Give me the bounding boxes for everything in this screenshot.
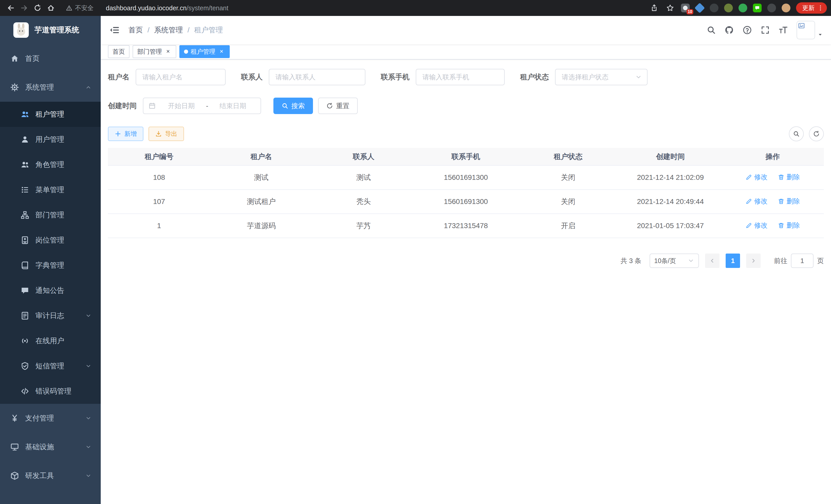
delete-link[interactable]: 删除 (778, 221, 800, 230)
prev-page-button[interactable] (705, 254, 719, 268)
search-icon (282, 102, 288, 109)
next-page-button[interactable] (746, 254, 761, 268)
menu-item-label: 在线用户 (35, 336, 64, 346)
github-icon[interactable] (725, 25, 734, 35)
sidebar-subitem[interactable]: 部门管理 (0, 202, 101, 228)
status-select[interactable]: 请选择租户状态 (555, 69, 648, 85)
extension-icon[interactable] (753, 4, 762, 12)
menu-item-label: 通知公告 (35, 286, 64, 295)
edit-icon (745, 198, 752, 205)
top-bar: 首页 / 系统管理 / 租户管理 (101, 16, 831, 44)
breadcrumb-home[interactable]: 首页 (128, 25, 143, 35)
menu-item-label: 首页 (25, 54, 39, 63)
page-unit-label: 页 (817, 256, 824, 265)
logo-image (13, 22, 29, 38)
update-button[interactable]: 更新 (796, 2, 827, 13)
extension-icon[interactable] (739, 4, 747, 12)
tab[interactable]: 租户管理 × (179, 45, 230, 58)
status-label: 租户状态 (520, 72, 549, 82)
edit-link[interactable]: 修改 (745, 173, 768, 182)
refresh-button[interactable] (809, 126, 824, 141)
contact-input[interactable] (269, 69, 365, 85)
back-icon[interactable] (4, 1, 18, 14)
profile-avatar[interactable] (782, 4, 791, 12)
tenant-name-input[interactable] (136, 69, 226, 85)
menu-item-label: 菜单管理 (35, 185, 64, 195)
extension-icon[interactable] (724, 4, 733, 12)
avatar[interactable] (797, 21, 815, 39)
help-icon[interactable] (743, 25, 752, 35)
extension-icon[interactable] (694, 3, 705, 13)
sidebar-subitem[interactable]: 在线用户 (0, 328, 101, 353)
reset-button[interactable]: 重置 (318, 98, 358, 114)
goto-page-input[interactable] (791, 254, 813, 268)
cell-phone: 15601691300 (415, 189, 517, 214)
menu-item-label: 字典管理 (35, 261, 64, 270)
font-size-icon[interactable] (779, 25, 788, 35)
sidebar-subitem[interactable]: 菜单管理 (0, 177, 101, 202)
sidebar-subitem[interactable]: 租户管理 (0, 102, 101, 127)
sidebar-item-group[interactable]: 支付管理 (0, 404, 101, 433)
sidebar-subitem[interactable]: 通知公告 (0, 278, 101, 303)
tab-close-icon[interactable]: × (218, 48, 225, 55)
browser-actions: 10 更新 (649, 1, 827, 14)
download-icon (155, 130, 162, 137)
home-icon[interactable] (44, 1, 58, 14)
sidebar-subitem[interactable]: 短信管理 (0, 353, 101, 379)
menu-item-icon (10, 414, 19, 422)
tab[interactable]: 首页 (108, 45, 130, 58)
delete-link[interactable]: 删除 (778, 197, 800, 206)
table-row: 1 芋道源码 芋艿 17321315478 开启 2021-01-05 17:0… (108, 214, 824, 238)
date-range-picker[interactable]: 开始日期 - 结束日期 (143, 98, 261, 114)
extension-icon[interactable] (767, 4, 776, 12)
delete-icon (778, 198, 784, 205)
page-size-select[interactable]: 10条/页 (650, 254, 699, 268)
kebab-menu-icon[interactable] (817, 5, 824, 11)
chevron-down-icon (85, 338, 91, 344)
sidebar: 芋道管理系统 首页 系统管理 租户管理 (0, 16, 101, 504)
app-logo[interactable]: 芋道管理系统 (0, 16, 101, 44)
sidebar-subitem[interactable]: 审计日志 (0, 303, 101, 328)
tab-close-icon[interactable]: × (165, 48, 172, 55)
tab[interactable]: 部门管理 × (133, 45, 176, 58)
reload-icon[interactable] (31, 1, 44, 14)
chevron-down-icon (85, 473, 91, 479)
sidebar-item-home[interactable]: 首页 (0, 44, 101, 73)
chevron-down-icon (85, 444, 91, 450)
menu-fold-icon[interactable] (109, 25, 120, 35)
user-menu[interactable] (797, 21, 823, 39)
chevron-down-icon (85, 288, 91, 294)
sidebar-subitem[interactable]: 用户管理 (0, 127, 101, 152)
sidebar-subitem[interactable]: 岗位管理 (0, 228, 101, 253)
bookmark-star-icon[interactable] (665, 1, 675, 14)
security-chip[interactable]: 不安全 (66, 4, 93, 12)
filter-row-2: 创建时间 开始日期 - 结束日期 搜索 重置 (108, 98, 824, 114)
edit-link[interactable]: 修改 (745, 197, 768, 206)
extension-icon[interactable]: 10 (681, 4, 690, 12)
phone-input[interactable] (416, 69, 505, 85)
sidebar-item-group[interactable]: 研发工具 (0, 462, 101, 490)
edit-link[interactable]: 修改 (745, 221, 768, 230)
sidebar-item-group[interactable]: 基础设施 (0, 433, 101, 462)
extension-icon[interactable] (710, 4, 718, 12)
search-icon[interactable] (707, 25, 716, 35)
chevron-down-icon (635, 74, 642, 80)
share-icon[interactable] (649, 1, 659, 14)
sidebar-subitem[interactable]: 字典管理 (0, 253, 101, 278)
add-button[interactable]: 新增 (108, 127, 143, 141)
fullscreen-icon[interactable] (761, 25, 770, 35)
search-button[interactable]: 搜索 (274, 98, 313, 114)
forward-icon[interactable] (18, 1, 31, 14)
address-bar[interactable]: dashboard.yudao.iocoder.cn/system/tenant (106, 4, 228, 12)
export-button[interactable]: 导出 (148, 127, 184, 141)
sidebar-subitem[interactable]: 错误码管理 (0, 379, 101, 404)
search-icon (793, 130, 800, 137)
breadcrumb-system[interactable]: 系统管理 (154, 25, 183, 35)
sidebar-subitem[interactable]: 角色管理 (0, 152, 101, 177)
cell-actions: 修改 删除 (721, 166, 824, 189)
delete-link[interactable]: 删除 (778, 173, 800, 182)
table-row: 107 测试租户 秃头 15601691300 关闭 2021-12-14 20… (108, 189, 824, 214)
page-number-button[interactable]: 1 (726, 254, 740, 268)
toggle-search-button[interactable] (789, 126, 804, 141)
sidebar-item-system[interactable]: 系统管理 (0, 73, 101, 102)
